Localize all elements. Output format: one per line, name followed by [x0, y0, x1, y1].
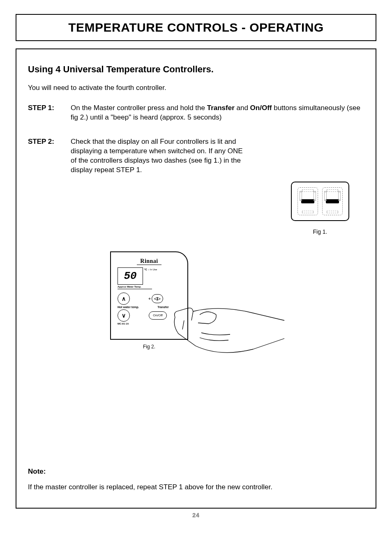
hot-water-temp-label: Hot water temp.	[118, 306, 146, 309]
step-1-bold-transfer: Transfer	[207, 104, 235, 112]
fig2-block: Rinnai 50 ℃ ○ In Use Approx Water Temp. …	[110, 251, 299, 350]
step-2-text: Check that the display on all Four contr…	[71, 137, 247, 175]
chevron-down-icon: ∨	[122, 312, 126, 319]
controller-brand: Rinnai	[137, 258, 161, 265]
note-block: Note: If the master controller is replac…	[28, 467, 364, 491]
step-1-label: STEP 1:	[28, 104, 71, 112]
page-number: 24	[16, 512, 376, 518]
onoff-cell: On/Off	[149, 311, 178, 320]
step-1-body: On the Master controller press and hold …	[71, 104, 364, 122]
step-1-text-mid: and	[235, 104, 250, 112]
onoff-label: On/Off	[153, 313, 162, 317]
approx-temp-label: Approx Water Temp.	[118, 286, 152, 289]
onoff-button[interactable]: On/Off	[149, 311, 167, 320]
transfer-cell: ◁▷	[149, 294, 178, 303]
chevron-up-icon: ∧	[122, 295, 126, 302]
hand-pointer-icon	[171, 301, 286, 358]
temp-up-button[interactable]: ∧	[118, 292, 130, 305]
fig1-wrap: Fig 1.	[291, 182, 349, 235]
page: TEMPERATURE CONTROLS - OPERATING Using 4…	[0, 0, 392, 527]
model-number: MC-91-1A	[118, 322, 183, 325]
temp-down-cell: ∨	[118, 309, 146, 322]
step-1-row: STEP 1: On the Master controller press a…	[28, 104, 364, 122]
dash-segment-icon	[301, 199, 314, 203]
intro-text: You will need to activate the fourth con…	[28, 84, 364, 92]
lcd-row: 50 ℃ ○ In Use	[115, 267, 183, 285]
fig1-digit-pair	[297, 187, 343, 215]
step-1-bold-onoff: On/Off	[250, 104, 272, 112]
lcd-temp: 50	[124, 270, 136, 282]
fig1-caption: Fig 1.	[291, 228, 349, 235]
temp-down-button[interactable]: ∨	[118, 309, 130, 322]
lcd-display: 50	[118, 267, 143, 285]
fig1-block: Fig 1.	[28, 182, 364, 235]
step-1-text-prefix: On the Master controller press and hold …	[71, 104, 207, 112]
step-2-row: STEP 2: Check that the display on all Fo…	[28, 137, 364, 175]
transfer-arrows-icon: ◁▷	[154, 296, 161, 301]
note-body: If the master controller is replaced, re…	[28, 483, 364, 491]
button-grid: ∧ ◁▷ Hot water temp. Transfer ∨	[118, 292, 183, 322]
step-2-body: Check that the display on all Four contr…	[71, 137, 247, 175]
content-box: Using 4 Universal Temperature Controller…	[16, 48, 376, 509]
priority-indicator-icon	[149, 298, 150, 299]
fig2-caption: Fig 2.	[110, 344, 188, 350]
dash-segment-icon	[326, 199, 339, 203]
unit-label: ℃	[144, 268, 147, 271]
in-use-indicator: ℃ ○ In Use	[144, 268, 157, 271]
fig1-digit-2	[322, 187, 343, 215]
transfer-button[interactable]: ◁▷	[152, 294, 163, 303]
fig1-digit-1	[297, 187, 318, 215]
controller-diagram: Rinnai 50 ℃ ○ In Use Approx Water Temp. …	[110, 251, 188, 340]
fig1-display-frame	[291, 182, 349, 221]
step-2-label: STEP 2:	[28, 137, 71, 146]
page-title: TEMPERATURE CONTROLS - OPERATING	[21, 21, 371, 35]
note-heading: Note:	[28, 467, 364, 476]
section-heading: Using 4 Universal Temperature Controller…	[28, 64, 364, 75]
in-use-label: In Use	[150, 268, 157, 271]
title-box: TEMPERATURE CONTROLS - OPERATING	[16, 14, 376, 41]
temp-up-cell: ∧	[118, 292, 146, 305]
transfer-label: Transfer	[149, 306, 178, 309]
